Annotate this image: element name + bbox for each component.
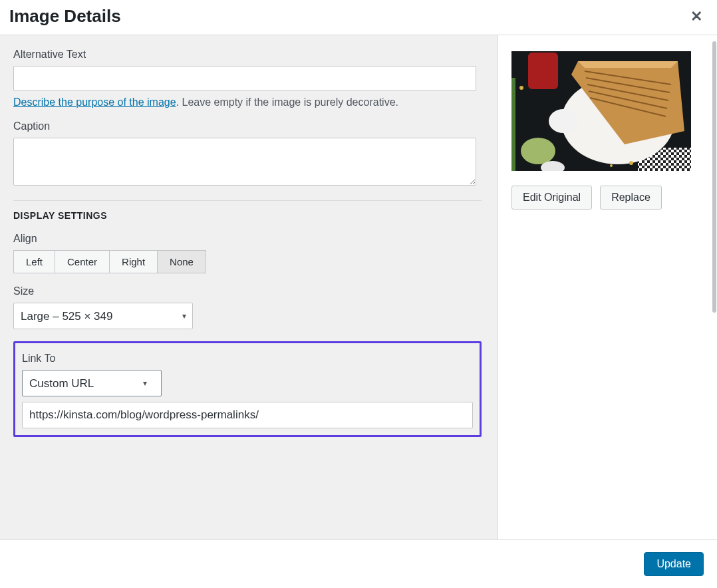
image-preview-thumbnail [511, 51, 691, 171]
align-button-group: Left Center Right None [13, 250, 206, 273]
link-to-highlight: Link To Custom URL ▾ [13, 341, 482, 437]
dialog-title: Image Details [9, 6, 121, 27]
svg-rect-21 [511, 78, 515, 171]
link-to-label: Link To [22, 353, 473, 365]
link-url-input[interactable] [22, 402, 473, 428]
align-center-button[interactable]: Center [55, 250, 110, 273]
link-to-select[interactable]: Custom URL [22, 370, 162, 396]
scrollbar-thumb[interactable] [712, 41, 716, 313]
size-select[interactable]: Large – 525 × 349 [13, 303, 193, 329]
replace-button[interactable]: Replace [600, 186, 662, 210]
alt-text-input[interactable] [13, 66, 476, 91]
divider [13, 200, 482, 201]
svg-marker-8 [578, 61, 678, 68]
alt-text-hint: Describe the purpose of the image. Leave… [13, 96, 482, 108]
display-settings-heading: DISPLAY SETTINGS [13, 210, 482, 221]
align-right-button[interactable]: Right [109, 250, 158, 273]
update-button[interactable]: Update [644, 552, 704, 576]
svg-point-16 [521, 138, 555, 164]
vertical-scrollbar[interactable] [712, 41, 717, 535]
align-label: Align [13, 233, 482, 245]
size-label: Size [13, 285, 482, 297]
svg-point-19 [629, 161, 633, 165]
edit-original-button[interactable]: Edit Original [511, 186, 592, 210]
svg-point-18 [519, 86, 523, 90]
svg-rect-14 [528, 53, 558, 89]
align-left-button[interactable]: Left [13, 250, 55, 273]
describe-purpose-link[interactable]: Describe the purpose of the image [13, 96, 176, 108]
svg-point-20 [610, 164, 613, 167]
close-icon[interactable]: ✕ [686, 5, 706, 28]
caption-textarea[interactable] [13, 138, 476, 186]
alt-text-label: Alternative Text [13, 49, 482, 61]
caption-label: Caption [13, 120, 482, 132]
align-none-button[interactable]: None [157, 250, 206, 273]
svg-point-15 [549, 109, 578, 133]
